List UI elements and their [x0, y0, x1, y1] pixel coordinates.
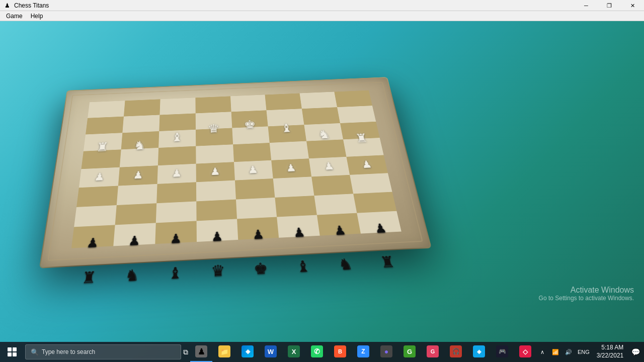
square-c3 — [156, 182, 196, 203]
menu-bar: Game Help — [0, 11, 644, 21]
close-button[interactable]: ✕ — [621, 0, 644, 11]
taskbar-app-greenshot[interactable]: G — [398, 342, 421, 362]
menu-help[interactable]: Help — [27, 11, 47, 21]
square-b5 — [120, 148, 158, 167]
whatsapp-app-icon: ✆ — [311, 345, 323, 357]
gifcam-app-icon: G — [427, 345, 439, 357]
square-e1 — [237, 217, 279, 240]
square-d5 — [196, 144, 234, 163]
square-c1 — [155, 221, 197, 244]
search-placeholder: Type here to search — [42, 348, 95, 355]
notification-button[interactable]: 💬 — [627, 342, 643, 362]
chess-board-3d: ♜ ♞ ♝ ♛ ♚ ♝ ♞ ♜ ♟ ♟ ♟ ♟ ♟ ♟ ♟ ♟ — [14, 70, 464, 301]
taskbar-app-app14[interactable]: 🎮 — [491, 342, 513, 362]
chess-visual: ♜ ♞ ♝ ♛ ♚ ♝ ♞ ♜ ♟ ♟ ♟ ♟ ♟ ♟ ♟ ♟ — [25, 36, 453, 288]
square-g2 — [314, 194, 357, 215]
chevron-icon: ∧ — [540, 349, 544, 355]
square-c4 — [157, 164, 196, 184]
square-e6 — [232, 126, 270, 145]
taskbar-app-chess[interactable]: ♟ — [190, 342, 212, 362]
square-a8 — [88, 101, 125, 118]
taskbar-app-app13[interactable]: ◈ — [468, 342, 490, 362]
square-f2 — [275, 196, 317, 217]
square-c7 — [159, 113, 196, 131]
volume-icon: 🔊 — [565, 349, 572, 355]
square-g5 — [306, 140, 346, 159]
taskbar-app-gifcam[interactable]: G — [422, 342, 444, 362]
app15-icon: ◇ — [519, 345, 531, 357]
square-b4 — [118, 165, 158, 186]
taskbar-apps: ♟ 📁 ◈ W X ✆ B Z ● G G � — [190, 342, 536, 362]
notification-icon: 💬 — [631, 348, 640, 356]
square-b3 — [117, 184, 157, 205]
taskbar-app-excel[interactable]: X — [283, 342, 305, 362]
app-icon: ♟ — [3, 2, 11, 10]
search-bar[interactable]: 🔍 Type here to search — [25, 344, 181, 359]
board-frame: ♜ ♞ ♝ ♛ ♚ ♝ ♞ ♜ ♟ ♟ ♟ ♟ ♟ ♟ ♟ ♟ — [40, 77, 430, 267]
square-h6 — [340, 121, 380, 139]
square-a6 — [84, 133, 122, 151]
square-d2 — [196, 199, 237, 221]
square-g6 — [304, 123, 344, 141]
wifi-icon: 📶 — [552, 349, 559, 355]
taskbar-app-word[interactable]: W — [260, 342, 282, 362]
task-view-button[interactable]: ⧉ — [183, 342, 188, 362]
windows-logo — [8, 347, 17, 356]
tray-wifi-icon[interactable]: 📶 — [549, 342, 561, 362]
taskbar-app-explorer[interactable]: 📁 — [213, 342, 235, 362]
menu-game[interactable]: Game — [2, 11, 27, 21]
square-h4 — [347, 155, 388, 174]
square-f4 — [272, 158, 312, 178]
headphones-app-icon: 🎧 — [450, 345, 462, 357]
tray-icons: ∧ 📶 🔊 — [536, 342, 575, 362]
square-d8 — [195, 96, 231, 113]
square-f1 — [277, 215, 320, 238]
language-indicator[interactable]: ENG — [575, 342, 593, 362]
square-e8 — [230, 95, 267, 112]
app13-icon: ◈ — [473, 345, 485, 357]
square-a4 — [79, 167, 120, 188]
system-clock[interactable]: 5:18 AM 3/22/2021 — [593, 342, 627, 362]
excel-app-icon: X — [288, 345, 300, 357]
square-a7 — [86, 116, 124, 134]
tray-hidden-icons[interactable]: ∧ — [536, 342, 548, 362]
taskbar-app-headphones[interactable]: 🎧 — [445, 342, 467, 362]
square-g3 — [311, 175, 353, 196]
minimize-button[interactable]: ─ — [575, 0, 598, 11]
square-f8 — [265, 93, 302, 110]
square-d6 — [196, 128, 233, 146]
tray-volume-icon[interactable]: 🔊 — [562, 342, 575, 362]
task-view-icon: ⧉ — [183, 348, 188, 356]
taskbar-app-zoom[interactable]: Z — [352, 342, 374, 362]
word-app-icon: W — [265, 345, 277, 357]
square-d1 — [196, 219, 238, 242]
explorer-app-icon: 📁 — [218, 345, 230, 357]
taskbar-app-app15[interactable]: ◇ — [514, 342, 536, 362]
taskbar-app-edge[interactable]: ◈ — [236, 342, 259, 362]
chess-app-icon: ♟ — [195, 345, 207, 357]
square-g1 — [317, 213, 361, 236]
taskbar-app-obs[interactable]: ● — [375, 342, 397, 362]
square-c2 — [156, 201, 197, 223]
square-e5 — [233, 143, 272, 162]
square-f6 — [268, 125, 306, 143]
square-d7 — [195, 112, 232, 129]
square-a1 — [71, 225, 115, 248]
obs-app-icon: ● — [380, 345, 392, 357]
activate-windows-title: Activate Windows — [539, 286, 634, 295]
taskbar-app-brave[interactable]: B — [329, 342, 351, 362]
square-f7 — [267, 109, 304, 126]
restore-button[interactable]: ❐ — [598, 0, 621, 11]
activate-windows-subtitle: Go to Settings to activate Windows. — [539, 295, 634, 302]
square-h5 — [343, 138, 383, 157]
square-e4 — [234, 160, 274, 180]
zoom-app-icon: Z — [357, 345, 369, 357]
square-e3 — [234, 178, 275, 199]
square-b7 — [122, 115, 159, 132]
square-h7 — [337, 106, 376, 123]
title-bar: ♟ Chess Titans ─ ❐ ✕ — [0, 0, 644, 11]
titlebar-left: ♟ Chess Titans — [0, 2, 49, 10]
taskbar-app-whatsapp[interactable]: ✆ — [306, 342, 328, 362]
start-button[interactable] — [0, 342, 24, 362]
square-e7 — [231, 110, 268, 128]
